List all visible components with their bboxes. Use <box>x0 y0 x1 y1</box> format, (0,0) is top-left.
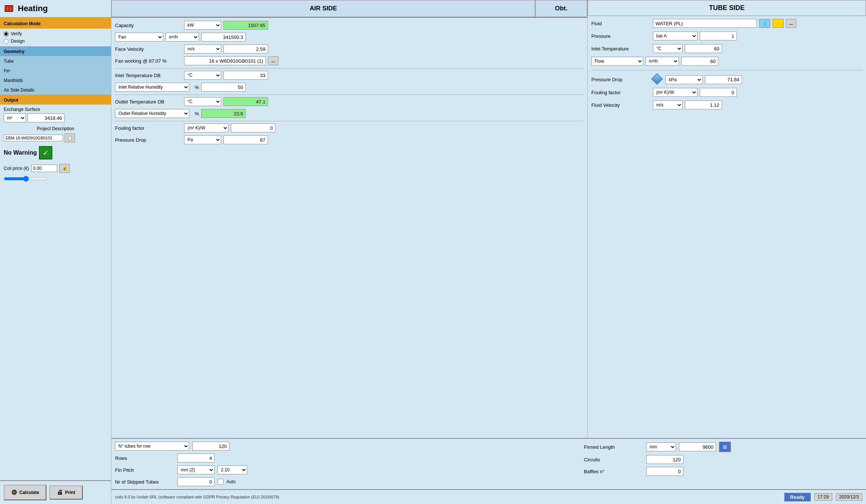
tube-side-body: Fluid WATER (PL) 💧 ⚡ ... Pressure <box>588 16 866 116</box>
circuits-label: Circuits <box>584 457 643 462</box>
inlet-temp-unit-select[interactable]: °C °F <box>653 44 683 53</box>
finned-length-grid-button[interactable]: ⊞ <box>719 442 731 452</box>
fan-unit-select[interactable]: m³/h m³/s <box>166 33 199 42</box>
exchange-surface-value[interactable]: 3418.46 <box>27 113 65 122</box>
flow-type-select[interactable]: Flow Mass Flow <box>591 57 643 66</box>
fluid-more-button[interactable]: ... <box>786 19 796 28</box>
print-button[interactable]: 🖨 Print <box>49 485 82 500</box>
finned-length-row: Finned Length mm m 9600 ⊞ <box>584 442 862 452</box>
inlet-temp-db-row: Inlet Temperature DB °C °F 33 <box>115 71 584 80</box>
air-fouling-value[interactable]: 0 <box>231 123 275 132</box>
pressure-unit-select[interactable]: bar A bar G kPa <box>653 32 697 40</box>
project-edit-button[interactable]: 📋 <box>65 134 75 142</box>
bottom-panel: N° tubes for row 120 Rows 4 Fin Pitch mm… <box>111 438 866 489</box>
finned-length-unit-select[interactable]: mm m <box>646 442 676 451</box>
face-velocity-label: Face Velocity <box>115 46 182 52</box>
face-velocity-unit-select[interactable]: m/s <box>184 45 221 53</box>
tube-side-panel: TUBE SIDE Fluid WATER (PL) 💧 ⚡ ... <box>588 0 866 438</box>
coil-price-input[interactable]: 0.00 <box>31 165 57 172</box>
tube-pressure-drop-value[interactable]: 71.84 <box>705 75 742 84</box>
calculate-button[interactable]: ⚙ Calculate <box>4 485 46 500</box>
fluid-value[interactable]: WATER (PL) <box>653 19 757 28</box>
baffles-row: Baffles n° 0 <box>584 467 862 476</box>
inlet-rel-humidity-row: Inlet Relative Humidity % 50 <box>115 83 584 92</box>
air-fouling-row: Fouling factor (m² K)/W 0 <box>115 123 584 132</box>
outlet-temp-db-unit-select[interactable]: °C <box>184 97 221 106</box>
svg-rect-2 <box>11 6 13 11</box>
coil-price-calc-button[interactable]: 💰 <box>59 164 70 173</box>
fan-row: Fan m³/h m³/s 341500.3 <box>115 33 584 42</box>
project-input[interactable]: EBM 18-W6D910GB0101 <box>4 135 63 141</box>
slider-input[interactable] <box>4 176 48 182</box>
nr-skipped-label: Nr of Skipped Tubes <box>115 479 174 485</box>
pressure-row: Pressure bar A bar G kPa 1 <box>591 32 862 40</box>
sidebar-item-geometry[interactable]: Geometry <box>0 46 111 56</box>
calculation-mode-group: Verify Design <box>0 29 111 46</box>
divider-2 <box>115 95 584 95</box>
flow-value[interactable]: 60 <box>681 57 718 66</box>
exchange-surface-section: Exchange Surface m² 3418.46 <box>0 105 111 125</box>
sidebar-item-fin[interactable]: Fin <box>0 66 111 75</box>
sidebar-item-air-side-details[interactable]: Air Side Details <box>0 85 111 95</box>
status-date: 2020/12/3 <box>836 493 862 501</box>
status-text: coils 8.0 by Unilah SRL (software compli… <box>115 495 781 499</box>
coil-price-label: Coil price (€) <box>4 166 29 171</box>
fin-pitch-label: Fin Pitch <box>115 467 174 473</box>
fan-value[interactable]: 341500.3 <box>201 33 246 42</box>
status-time: 17:29 <box>814 493 832 501</box>
design-label[interactable]: Design <box>11 39 24 44</box>
auto-checkbox[interactable] <box>218 479 223 485</box>
inlet-rel-humidity-value[interactable]: 50 <box>201 83 246 92</box>
fluid-drop-icon: 💧 <box>762 21 768 26</box>
capacity-unit-select[interactable]: kW W kcal/h <box>184 21 221 30</box>
outlet-rel-humidity-select[interactable]: Outlet Relative Humidity <box>115 109 189 118</box>
circuits-value[interactable]: 120 <box>646 455 683 464</box>
fan-type-select[interactable]: Fan <box>115 33 163 42</box>
pressure-value[interactable]: 1 <box>700 32 737 40</box>
fluid-velocity-unit-select[interactable]: m/s <box>653 101 683 109</box>
fin-pitch-value-select[interactable]: 2.10 2.50 3.00 <box>218 465 247 474</box>
tube-fouling-value[interactable]: 0 <box>700 88 737 97</box>
verify-label[interactable]: Verify <box>11 31 22 36</box>
face-velocity-value[interactable]: 2.59 <box>223 45 268 53</box>
inlet-rel-humidity-select[interactable]: Inlet Relative Humidity <box>115 83 189 92</box>
flow-unit-select[interactable]: m³/h m³/s L/s <box>646 57 679 66</box>
air-pressure-drop-unit-select[interactable]: Pa kPa <box>184 135 221 144</box>
nr-skipped-value[interactable]: 0 <box>177 477 215 486</box>
finned-length-value[interactable]: 9600 <box>679 442 716 451</box>
tube-pressure-drop-unit-select[interactable]: kPa Pa bar <box>666 75 703 84</box>
warning-check-button[interactable]: ✓ <box>39 146 52 159</box>
outlet-temp-db-value[interactable]: 47.1 <box>223 97 268 106</box>
fin-pitch-unit-select[interactable]: mm (2) mm (1) <box>177 465 215 474</box>
fin-pitch-row: Fin Pitch mm (2) mm (1) 2.10 2.50 3.00 <box>115 465 580 474</box>
rows-value[interactable]: 4 <box>177 454 215 462</box>
fan-working-value[interactable]: 16 x W6D910GB0101 (1) <box>184 56 266 65</box>
fluid-label: Fluid <box>591 21 651 26</box>
sidebar-item-manifolds[interactable]: Manifolds <box>0 75 111 85</box>
capacity-value[interactable]: 1507.65 <box>223 21 268 30</box>
fluid-icon-button[interactable]: 💧 <box>759 19 770 28</box>
design-radio[interactable] <box>4 39 9 44</box>
tubes-for-row-value[interactable]: 120 <box>192 442 229 451</box>
inlet-temp-db-unit-select[interactable]: °C °F <box>184 71 221 80</box>
fluid-velocity-label: Fluid Velocity <box>591 102 651 108</box>
verify-radio[interactable] <box>4 32 9 36</box>
verify-radio-row[interactable]: Verify <box>4 30 107 37</box>
air-fouling-unit-select[interactable]: (m² K)/W <box>184 123 229 132</box>
inlet-temp-value[interactable]: 60 <box>685 44 722 53</box>
outlet-temp-db-row: Outlet Temperature DB °C 47.1 <box>115 97 584 106</box>
air-pressure-drop-value[interactable]: 87 <box>223 135 268 144</box>
project-description-label: Project Description <box>0 125 111 133</box>
air-fouling-label: Fouling factor <box>115 125 182 131</box>
fan-working-ellipsis-button[interactable]: ... <box>268 56 278 65</box>
exchange-unit-select[interactable]: m² <box>4 113 26 122</box>
outlet-rel-humidity-value[interactable]: 23.6 <box>201 109 246 118</box>
fluid-velocity-value[interactable]: 1.12 <box>685 101 722 109</box>
fluid-lightning-button[interactable]: ⚡ <box>772 19 784 28</box>
sidebar-item-tube[interactable]: Tube <box>0 56 111 66</box>
inlet-temp-db-value[interactable]: 33 <box>223 71 268 80</box>
baffles-value[interactable]: 0 <box>646 467 683 476</box>
tube-fouling-unit-select[interactable]: (m² K)/W <box>653 88 697 97</box>
design-radio-row[interactable]: Design <box>4 37 107 45</box>
tubes-for-row-select[interactable]: N° tubes for row <box>115 442 189 451</box>
